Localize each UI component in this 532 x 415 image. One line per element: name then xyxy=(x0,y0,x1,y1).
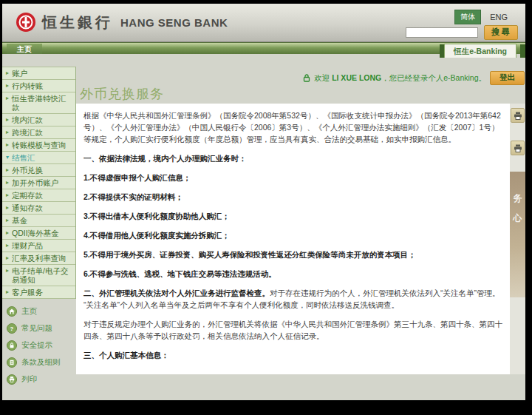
welcome-bar: 欢迎 LI XUE LONG，您已经登录个人e-Banking。 登出 xyxy=(303,71,525,85)
content-paragraph: 根据《中华人民共和国外汇管理条例》（国务院令2008年第532号）、《国际收支统… xyxy=(83,109,502,145)
content-paragraph: 4.不得借用他人便利化额度实施分拆购汇； xyxy=(83,229,502,241)
chevron-right-icon: ▸ xyxy=(6,229,9,237)
sidebar-link-label: 主页 xyxy=(21,306,37,317)
welcome-prefix: 欢迎 xyxy=(314,73,332,82)
nav-home-tab[interactable]: 主页 xyxy=(7,44,42,54)
chevron-down-icon: ▾ xyxy=(6,153,9,162)
sidebar-item[interactable]: ▸境内汇款 xyxy=(2,114,75,126)
sidebar-item-label: 理财产品 xyxy=(12,241,43,250)
sidebar-item-label: 加开外币账户 xyxy=(12,178,58,187)
sidebar-item[interactable]: ▸QDII海外基金 xyxy=(2,227,75,240)
main-navbar: 主页 恒生e-Banking xyxy=(2,42,525,54)
sidebar-item-label: 恒生香港特快汇款 xyxy=(12,94,73,112)
sidebar-menu: ▸账户▸行内转账▸恒生香港特快汇款▸境内汇款▸跨境汇款▸转账模板与查询▾结售汇▸… xyxy=(2,67,76,299)
sidebar: ▸账户▸行内转账▸恒生香港特快汇款▸境内汇款▸跨境汇款▸转账模板与查询▾结售汇▸… xyxy=(2,67,76,391)
content-paragraph: 一、依据法律法规，境内个人办理购汇业务时： xyxy=(83,152,502,164)
content-paragraph: 二、外汇管理机关依法对个人外汇业务进行监督检查。对于存在违规行为的个人，外汇管理… xyxy=(83,287,502,311)
sidebar-item[interactable]: ▸基金 xyxy=(2,215,75,227)
banner-character: 心 xyxy=(514,212,522,225)
page-title: 外币兑换服务 xyxy=(80,85,164,103)
ebanking-tab[interactable]: 恒生e-Banking xyxy=(444,44,516,58)
site-header: 恒生銀行 HANG SENG BANK 简体 ENG 搜尋 xyxy=(2,4,525,42)
tab-notch-right xyxy=(520,44,525,58)
sidebar-link-label: 列印 xyxy=(21,374,37,385)
sidebar-item[interactable]: ▸加开外币账户 xyxy=(2,177,75,189)
sidebar-item[interactable]: ▸恒生香港特快汇款 xyxy=(2,92,75,114)
sidebar-item-label: 账户 xyxy=(12,69,27,78)
logout-button[interactable]: 登出 xyxy=(490,71,525,85)
sidebar-link-安全提示[interactable]: 安全提示 xyxy=(7,340,76,351)
chevron-right-icon: ▸ xyxy=(6,94,9,103)
sidebar-footer-links: 主页?常见问题安全提示条款及细则列印 xyxy=(2,306,76,385)
hang-seng-logo-icon xyxy=(16,12,36,33)
sidebar-item[interactable]: ▸理财产品 xyxy=(2,240,75,252)
welcome-message: 欢迎 LI XUE LONG，您已经登录个人e-Banking。 xyxy=(314,73,486,84)
sidebar-item-label: 客户服务 xyxy=(12,288,43,297)
svg-text:?: ? xyxy=(10,325,14,332)
chevron-right-icon: ▸ xyxy=(6,191,9,200)
chevron-right-icon: ▸ xyxy=(6,115,9,124)
sidebar-item-label: 定期存款 xyxy=(12,191,43,200)
sidebar-item-label: 结售汇 xyxy=(12,153,35,162)
question-icon: ? xyxy=(7,323,17,334)
content-paragraph: 2.不得提供不实的证明材料； xyxy=(83,191,502,203)
sidebar-link-常见问题[interactable]: ?常见问题 xyxy=(7,323,76,334)
content-paragraph: 三、个人购汇基本信息： xyxy=(83,349,502,361)
welcome-username: LI XUE LONG xyxy=(332,73,381,82)
chevron-right-icon: ▸ xyxy=(6,216,9,225)
sidebar-item-label: 跨境汇款 xyxy=(12,128,43,137)
bank-logo: 恒生銀行 HANG SENG BANK xyxy=(16,12,228,33)
lock-icon xyxy=(303,74,310,82)
home-icon xyxy=(7,306,17,317)
welcome-suffix: ，您已经登录个人e-Banking。 xyxy=(381,73,486,82)
sidebar-item-label: 转账模板与查询 xyxy=(12,141,66,149)
sidebar-item[interactable]: ▸账户 xyxy=(2,67,75,80)
chevron-right-icon: ▸ xyxy=(6,178,9,187)
printer-icon xyxy=(514,112,522,120)
chevron-right-icon: ▸ xyxy=(6,241,9,250)
sidebar-link-主页[interactable]: 主页 xyxy=(7,306,76,317)
sidebar-item[interactable]: ▸转账模板与查询 xyxy=(2,139,75,152)
language-switcher: 简体 ENG xyxy=(454,10,512,24)
content-paragraph: 6.不得参与洗钱、逃税、地下钱庄交易等违法违规活动。 xyxy=(83,268,502,280)
lock-icon xyxy=(7,340,17,351)
chevron-right-icon: ▸ xyxy=(6,166,9,175)
sidebar-item[interactable]: ▸客户服务 xyxy=(2,286,75,299)
sidebar-link-label: 条款及细则 xyxy=(21,357,61,368)
printer-icon xyxy=(7,374,17,385)
content-paragraph: 3.不得出借本人便利化额度协助他人购汇； xyxy=(83,210,502,222)
print-rail-button-1[interactable] xyxy=(511,108,525,123)
sidebar-item[interactable]: ▸外币兑换 xyxy=(2,164,75,177)
sidebar-item-label: 外币兑换 xyxy=(12,166,43,175)
banner-character: 务 xyxy=(514,192,522,205)
chevron-right-icon: ▸ xyxy=(6,128,9,137)
sidebar-item[interactable]: ▾结售汇 xyxy=(2,152,75,164)
sidebar-item[interactable]: ▸电子结单/电子交易通知 xyxy=(2,265,75,286)
sidebar-item[interactable]: ▸行内转账 xyxy=(2,80,75,92)
content-paragraph: 5.不得用于境外买房、证券投资、购买人寿保险和投资性返还分红类保险等尚未开放的资… xyxy=(83,249,502,260)
sidebar-link-label: 安全提示 xyxy=(21,340,52,351)
sidebar-item[interactable]: ▸通知存款 xyxy=(2,202,75,215)
printer-icon xyxy=(514,144,522,152)
content-paragraph: 对于违反规定办理个人购汇业务的，外汇管理机关将依据《中华人民共和国外汇管理条例》… xyxy=(83,318,502,342)
sidebar-item-label: 通知存款 xyxy=(12,203,43,212)
sidebar-item[interactable]: ▸定期存款 xyxy=(2,189,75,202)
chevron-right-icon: ▸ xyxy=(6,266,9,275)
chevron-right-icon: ▸ xyxy=(6,288,9,297)
bank-name-en: HANG SENG BANK xyxy=(120,16,228,29)
tab-notch-left xyxy=(440,44,444,58)
promo-banner[interactable]: 务心 xyxy=(510,172,525,297)
sidebar-item[interactable]: ▸汇率及利率查询 xyxy=(2,252,75,265)
lang-simplified-button[interactable]: 简体 xyxy=(454,10,481,24)
search-input[interactable] xyxy=(406,27,478,38)
lang-english-button[interactable]: ENG xyxy=(485,11,512,23)
sidebar-item-label: 行内转账 xyxy=(12,81,43,90)
sidebar-item[interactable]: ▸跨境汇款 xyxy=(2,126,75,139)
right-rail: 务心 xyxy=(510,104,525,374)
print-rail-button-2[interactable] xyxy=(511,141,525,155)
search-button[interactable]: 搜尋 xyxy=(484,25,518,40)
sidebar-link-条款及细则[interactable]: 条款及细则 xyxy=(7,357,76,368)
bank-name-zh: 恒生銀行 xyxy=(42,13,113,33)
sidebar-link-列印[interactable]: 列印 xyxy=(7,374,76,385)
chevron-right-icon: ▸ xyxy=(6,203,9,212)
